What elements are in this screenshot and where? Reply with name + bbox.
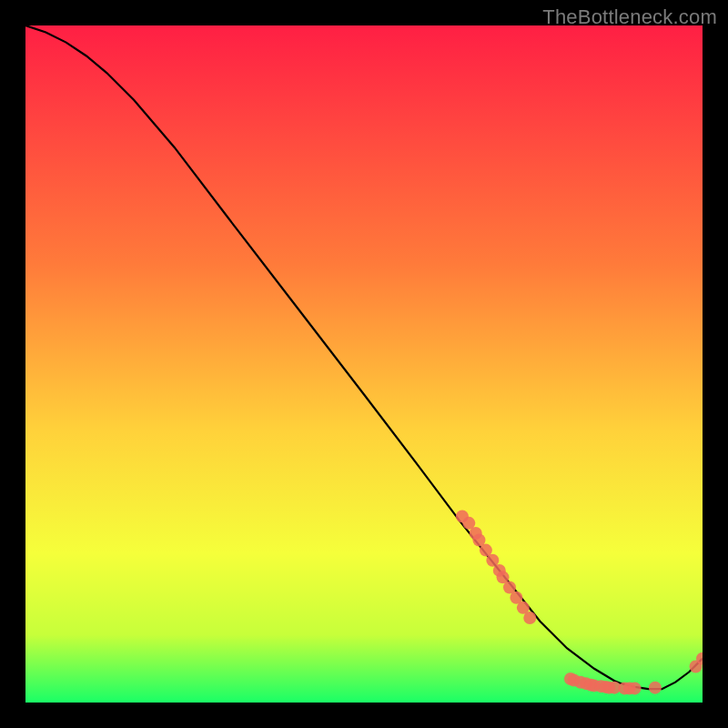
- gradient-background: [25, 25, 703, 703]
- data-marker: [523, 612, 536, 624]
- chart-frame: TheBottleneck.com: [0, 0, 728, 728]
- watermark-text: TheBottleneck.com: [542, 5, 717, 29]
- data-marker: [649, 682, 662, 694]
- data-marker: [629, 682, 642, 694]
- plot-area: [25, 25, 703, 703]
- bottleneck-curve-chart: [25, 25, 703, 703]
